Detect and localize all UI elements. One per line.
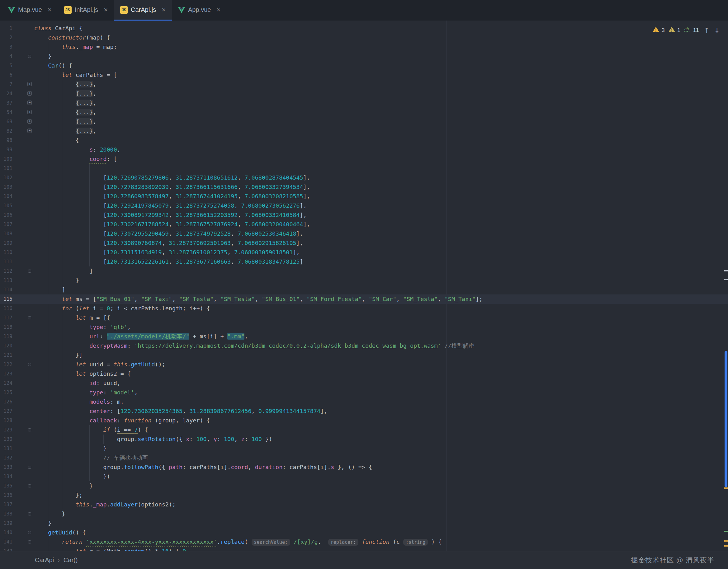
line-number: 138 (0, 509, 12, 519)
code-line: 141 return 'xxxxxxxx-xxxx-4xxx-yxxx-xxxx… (0, 537, 728, 547)
code-line: 82+ {...}, (0, 126, 728, 136)
code-lines: 1class CarApi {2 constructor(map) {3 thi… (0, 24, 728, 551)
gutter: + (12, 117, 34, 126)
tab-label: CarApi.js (131, 6, 156, 13)
code-line: 100 coord: [ (0, 154, 728, 164)
code-line: 37+ {...}, (0, 98, 728, 108)
code-line: 125 type: 'model', (0, 388, 728, 397)
code-text: if (i == 7) { (34, 425, 148, 434)
code-line: 105 [120.72924197845079, 31.287372752740… (0, 201, 728, 211)
code-line: 106 [120.73008917299342, 31.287366152203… (0, 211, 728, 220)
gutter (12, 350, 34, 360)
gutter (12, 378, 34, 388)
tab-CarApi.js[interactable]: JSCarApi.js× (114, 0, 172, 21)
line-number: 135 (0, 481, 12, 491)
fold-marker[interactable]: + (27, 110, 32, 114)
gutter (12, 425, 34, 434)
warning-count: 3 (661, 27, 665, 34)
typo-icon[interactable]: ab (684, 26, 691, 34)
fold-marker[interactable]: + (27, 91, 32, 96)
breadcrumb-item[interactable]: Car() (64, 557, 78, 564)
code-line: 1class CarApi { (0, 24, 728, 33)
code-line: 114 ] (0, 285, 728, 294)
fold-marker[interactable] (28, 484, 31, 487)
code-line: 140 getUuid() { (0, 528, 728, 537)
code-line: 124 id: uuid, (0, 378, 728, 388)
gutter (12, 24, 34, 33)
code-line: 123 let options2 = { (0, 369, 728, 378)
fold-marker[interactable]: + (27, 129, 32, 133)
close-icon[interactable]: × (162, 7, 166, 13)
code-line: 112 ] (0, 267, 728, 276)
code-text: [120.73008917299342, 31.287366152203592,… (34, 211, 307, 220)
code-line: 126 models: m, (0, 397, 728, 406)
close-icon[interactable]: × (216, 7, 220, 13)
fold-marker[interactable] (28, 540, 31, 543)
gutter: + (12, 80, 34, 89)
gutter (12, 528, 34, 537)
fold-marker[interactable] (28, 531, 31, 534)
fold-marker[interactable]: + (27, 101, 32, 105)
gutter: + (12, 98, 34, 108)
gutter (12, 313, 34, 322)
code-text: { (34, 136, 79, 145)
code-editor[interactable]: 1class CarApi {2 constructor(map) {3 thi… (0, 21, 728, 551)
fold-marker[interactable] (28, 512, 31, 515)
line-number: 139 (0, 519, 12, 528)
gutter (12, 70, 34, 80)
code-text: [120.73072955290459, 31.2873749792528, 7… (34, 229, 303, 239)
code-text: [120.731151634919, 31.28736910012375, 7.… (34, 248, 300, 257)
fold-marker[interactable] (28, 428, 31, 431)
gutter (12, 61, 34, 70)
prev-problem-icon[interactable]: ↑ (704, 26, 709, 34)
gutter (12, 406, 34, 416)
tab-InitApi.js[interactable]: JSInitApi.js× (58, 0, 114, 21)
code-text: getUuid() { (34, 528, 86, 537)
gutter (12, 332, 34, 341)
code-line: 102 [120.72690785279806, 31.287371108651… (0, 173, 728, 183)
code-text: url: "./assets/models/机动车/" + ms[i] + ".… (34, 332, 248, 341)
code-line: 133 group.followPath({ path: carPaths[i]… (0, 462, 728, 472)
gutter (12, 276, 34, 285)
weak-warning-count: 1 (677, 27, 681, 34)
tab-Map.vue[interactable]: Map.vue× (2, 0, 58, 21)
code-line: 118 type: 'glb', (0, 322, 728, 332)
code-line: 122 let uuid = this.getUuid(); (0, 360, 728, 369)
code-text: constructor(map) { (34, 33, 110, 42)
code-text: }) (34, 472, 110, 481)
gutter (12, 285, 34, 294)
gutter (12, 416, 34, 425)
fold-marker[interactable] (28, 270, 31, 273)
fold-marker[interactable] (28, 466, 31, 469)
fold-marker[interactable] (28, 363, 31, 366)
weak-warning-icon[interactable] (668, 26, 675, 34)
code-line: 129 if (i == 7) { (0, 425, 728, 434)
close-icon[interactable]: × (104, 7, 108, 13)
warning-icon[interactable] (652, 26, 659, 34)
line-number: 104 (0, 192, 12, 201)
close-icon[interactable]: × (48, 7, 52, 13)
breadcrumb-item[interactable]: CarApi (35, 557, 54, 564)
code-line: 104 [120.72860983578497, 31.287367441024… (0, 192, 728, 201)
fold-marker[interactable]: + (27, 82, 32, 86)
line-number: 137 (0, 500, 12, 509)
inspections-widget: 3 1 ab 11 ↑ ↓ (652, 26, 720, 34)
gutter (12, 257, 34, 267)
line-number: 108 (0, 229, 12, 239)
fold-marker[interactable] (28, 55, 31, 58)
line-number: 118 (0, 322, 12, 332)
fold-marker[interactable] (28, 316, 31, 319)
line-number: 133 (0, 462, 12, 472)
gutter (12, 239, 34, 248)
scrollbar-thumb[interactable] (725, 351, 727, 487)
code-line: 24+ {...}, (0, 89, 728, 98)
code-line: 5 Car() { (0, 61, 728, 70)
code-text: return 'xxxxxxxx-xxxx-4xxx-yxxx-xxxxxxxx… (34, 537, 442, 547)
code-text: callback: function (group, layer) { (34, 416, 210, 425)
code-line: 4 } (0, 52, 728, 61)
tab-App.vue[interactable]: App.vue× (172, 0, 227, 21)
next-problem-icon[interactable]: ↓ (714, 26, 720, 34)
scrollbar[interactable] (724, 21, 728, 551)
gutter (12, 201, 34, 211)
fold-marker[interactable]: + (27, 119, 32, 124)
